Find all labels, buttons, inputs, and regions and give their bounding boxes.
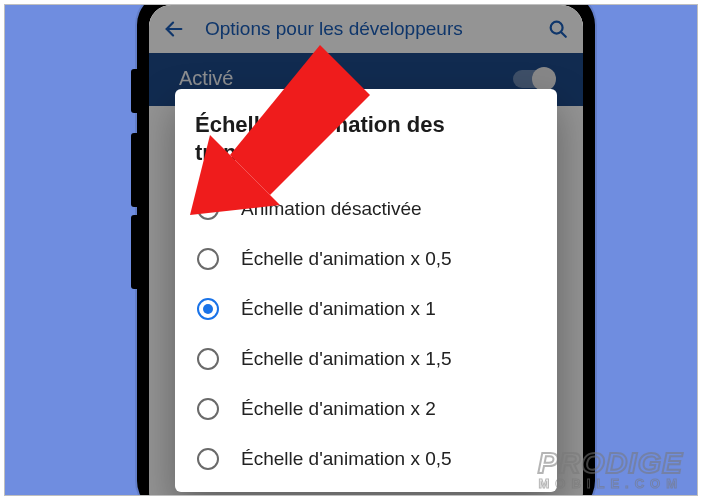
- canvas: Options pour les développeurs Activé Éch…: [4, 4, 698, 496]
- radio-icon: [197, 348, 219, 370]
- radio-icon: [197, 398, 219, 420]
- radio-icon: [197, 298, 219, 320]
- dialog-title: Échelle d'animation des transitions: [195, 111, 537, 166]
- option-animation-1-5[interactable]: Échelle d'animation x 1,5: [195, 334, 537, 384]
- option-animation-0-5[interactable]: Échelle d'animation x 0,5: [195, 234, 537, 284]
- phone-side-button: [131, 133, 141, 207]
- screen: Options pour les développeurs Activé Éch…: [149, 5, 583, 496]
- radio-icon: [197, 248, 219, 270]
- option-label: Échelle d'animation x 0,5: [241, 448, 452, 470]
- phone-side-button: [131, 69, 141, 113]
- option-label: Échelle d'animation x 1,5: [241, 348, 452, 370]
- watermark-line1: PRODIGE: [538, 446, 683, 479]
- option-label: Animation désactivée: [241, 198, 422, 220]
- watermark-line2: MOBILE.COM: [538, 478, 683, 489]
- option-label: Échelle d'animation x 2: [241, 398, 436, 420]
- option-label: Échelle d'animation x 1: [241, 298, 436, 320]
- phone-side-button: [131, 215, 141, 289]
- radio-icon: [197, 448, 219, 470]
- option-animation-0-5b[interactable]: Échelle d'animation x 0,5: [195, 434, 537, 484]
- watermark: PRODIGE MOBILE.COM: [538, 450, 683, 489]
- option-animation-1[interactable]: Échelle d'animation x 1: [195, 284, 537, 334]
- radio-icon: [197, 198, 219, 220]
- phone-frame: Options pour les développeurs Activé Éch…: [137, 4, 595, 496]
- animation-scale-dialog: Échelle d'animation des transitions Anim…: [175, 89, 557, 492]
- option-animation-2[interactable]: Échelle d'animation x 2: [195, 384, 537, 434]
- option-label: Échelle d'animation x 0,5: [241, 248, 452, 270]
- option-animation-off[interactable]: Animation désactivée: [195, 184, 537, 234]
